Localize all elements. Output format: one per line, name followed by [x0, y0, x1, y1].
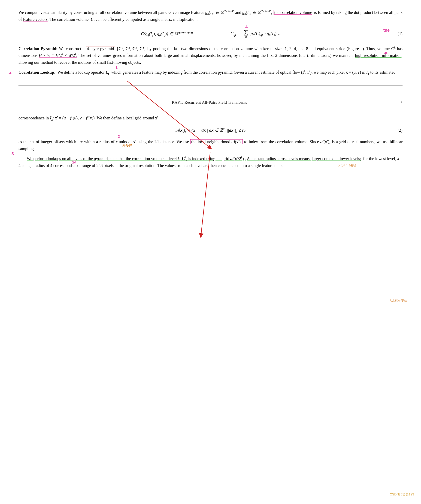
local-neighborhood-boxed: the local neighborhood 𝒩(x′)r [190, 139, 243, 144]
larger-context-boxed: larger context at lower levels; [311, 156, 362, 161]
paragraph-correspondence: correspondence in I2: x′ = (u + f1(u), v… [18, 115, 403, 122]
watermark-1: 大水印你要啥 [389, 298, 407, 303]
annotation-number-2: 2 [118, 134, 120, 140]
annotation-chinese-1: 爱爱好 [122, 143, 132, 148]
para1-correlation-volume-highlighted: the correlation volume [273, 10, 313, 15]
page-header: RAFT: Recurrent All-Pairs Field Transfor… [18, 100, 403, 106]
equation-number-1: (1) [398, 31, 403, 37]
para1-math1: gθ(I1) ∈ ℝH×W×D [205, 10, 234, 15]
correlation-lookup-label: Correlation Lookup: [18, 70, 55, 75]
page-divider [18, 85, 403, 88]
four-layer-pyramid-box: 4-layer pyramid [86, 46, 115, 51]
math1-right: Cijkl = ∑ h gθ(I1)ijh · gθ(I2)klh [230, 29, 280, 39]
math-block-2: 𝒩(x′)r = {x′ + dx | dx ∈ ℤ2, ||dx||1 ≤ r… [18, 127, 403, 134]
paragraph-1: We compute visual similarity by construc… [18, 9, 403, 23]
math-block-1: C(gθ(I1), gθ(I2)) ∈ ℝH×W×H×W Cijkl = ∑ h… [18, 29, 403, 39]
para1-feature-vectors-highlighted: feature vectors [23, 17, 48, 22]
watermark-2: CSDN@笑笑123 [390, 492, 414, 497]
constant-radius-underlined: A constant radius across levels means la… [247, 156, 362, 161]
paragraph-integer-offsets: as the set of integer offsets which are … [18, 139, 403, 152]
annotation-the: the [383, 27, 390, 34]
correspondence-formula-highlighted: x′ = (u + f1(u), v + f2(v)). [55, 116, 96, 120]
math2-expr: 𝒩(x′)r = {x′ + dx | dx ∈ ℤ2, ||dx||1 ≤ r… [175, 127, 246, 134]
paragraph-correlation-pyramid: Correlation Pyramid: We construct a 4-la… [18, 46, 403, 66]
lookups-underlined: We perform lookups on all levels of the … [27, 156, 246, 161]
correlation-lookup-section: ✦ Correlation Lookup: We define a lookup… [18, 69, 403, 76]
annotation-as: as [384, 50, 388, 56]
star-annotation: ✦ [8, 70, 12, 77]
para1-math2: gθ(I2) ∈ ℝH×W×D, [242, 10, 272, 15]
annotation-number-3: 3 [12, 151, 14, 157]
top-section: We compute visual similarity by construc… [18, 9, 403, 76]
page-number: 7 [400, 100, 403, 106]
equation-number-2: (2) [398, 127, 403, 134]
watermark-inline: 大水印你要啥 [338, 163, 356, 168]
math1-left: C(gθ(I1), gθ(I2)) ∈ ℝH×W×H×W [141, 30, 193, 38]
correlation-pyramid-label: Correlation Pyramid: [18, 46, 58, 51]
annotation-circle-b: b [72, 161, 76, 164]
page-title: RAFT: Recurrent All-Pairs Field Transfor… [172, 100, 247, 105]
annotation-superscript-mark: 上 [245, 24, 248, 29]
high-resolution-info-highlighted: high resolution information [355, 53, 401, 58]
paragraph-correlation-lookup: Correlation Lookup: We define a lookup o… [18, 69, 403, 76]
bottom-section: correspondence in I2: x′ = (u + f1(u), v… [18, 115, 403, 169]
dimensions-formula-highlighted: H × W × H/2k × W/2k. [39, 53, 77, 58]
given-current-estimate-highlighted: Given a current estimate of optical flow… [234, 70, 395, 75]
para1-text-start: We compute visual similarity by construc… [18, 10, 403, 22]
